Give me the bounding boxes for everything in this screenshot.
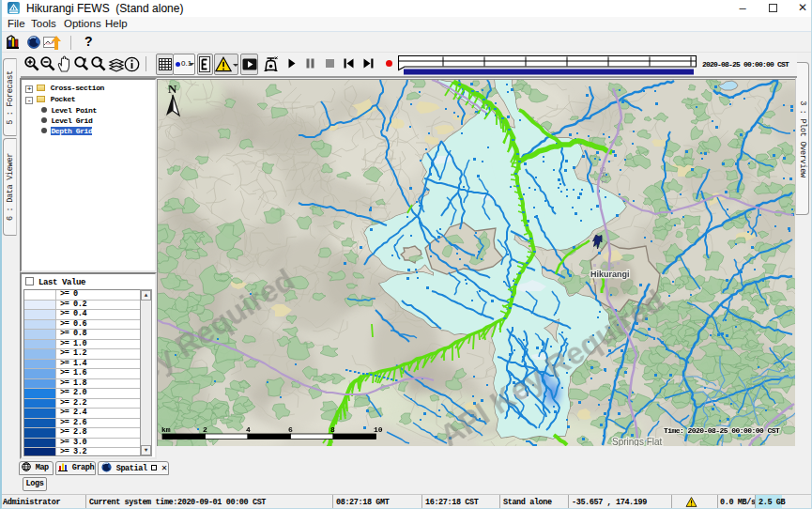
svg-text:Hikurangi: Hikurangi [590,270,630,279]
svg-text:6: 6 [288,425,293,434]
svg-text:4: 4 [246,425,251,434]
svg-text:km: km [161,425,171,434]
svg-text:Springs Flat: Springs Flat [612,437,663,446]
svg-text:Time: 2020-08-25 00:00:00 CST: Time: 2020-08-25 00:00:00 CST [664,426,780,435]
svg-text:N: N [168,82,177,96]
svg-text:10: 10 [374,425,383,434]
svg-text:2: 2 [203,425,207,434]
svg-text:8: 8 [330,425,335,434]
